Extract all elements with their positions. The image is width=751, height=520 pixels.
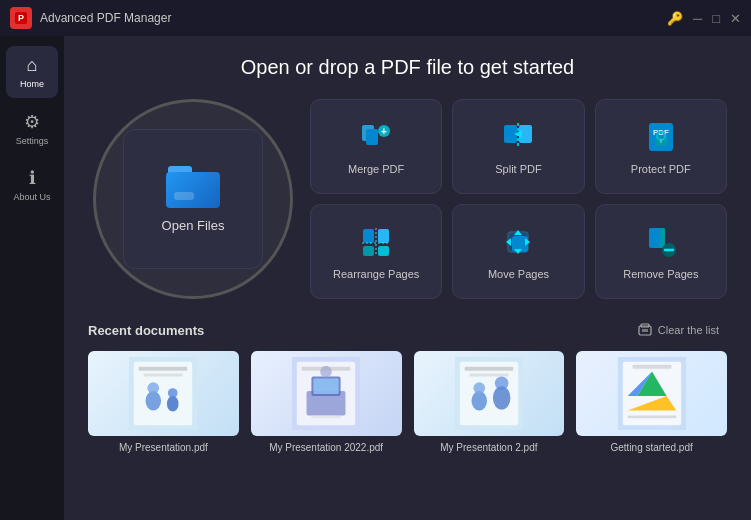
minimize-icon[interactable]: ─	[693, 11, 702, 26]
tool-split[interactable]: Split PDF	[452, 99, 584, 194]
about-icon: ℹ	[29, 167, 36, 189]
svg-text:+: +	[381, 126, 387, 137]
split-icon	[500, 119, 536, 155]
svg-point-57	[495, 376, 509, 390]
remove-label: Remove Pages	[623, 268, 698, 280]
sidebar-about-label: About Us	[13, 192, 50, 202]
svg-rect-51	[312, 415, 341, 418]
svg-rect-48	[313, 378, 338, 394]
recent-section: Recent documents Clear the list	[88, 319, 727, 453]
svg-rect-66	[632, 365, 671, 369]
rearrange-label: Rearrange Pages	[333, 268, 419, 280]
doc-thumb-2	[251, 351, 402, 436]
doc-item-1[interactable]: My Presentation.pdf	[88, 351, 239, 453]
rearrange-icon	[358, 224, 394, 260]
merge-icon: +	[358, 119, 394, 155]
main-layout: ⌂ Home ⚙ Settings ℹ About Us Open or dro…	[0, 36, 751, 520]
svg-rect-59	[469, 374, 508, 377]
clear-list-button[interactable]: Clear the list	[630, 319, 727, 341]
move-label: Move Pages	[488, 268, 549, 280]
maximize-icon[interactable]: □	[712, 11, 720, 26]
open-files-label: Open Files	[162, 218, 225, 233]
protect-label: Protect PDF	[631, 163, 691, 175]
content-area: Open or drop a PDF file to get started O…	[64, 36, 751, 520]
open-files-button[interactable]: Open Files	[123, 129, 263, 269]
split-label: Split PDF	[495, 163, 541, 175]
doc-item-2[interactable]: My Presentation 2022.pdf	[251, 351, 402, 453]
svg-rect-65	[627, 415, 676, 418]
sidebar-settings-label: Settings	[16, 136, 49, 146]
title-bar-left: P Advanced PDF Manager	[10, 7, 171, 29]
merge-label: Merge PDF	[348, 163, 404, 175]
recent-header: Recent documents Clear the list	[88, 319, 727, 341]
settings-icon: ⚙	[24, 111, 40, 133]
svg-rect-50	[302, 367, 351, 371]
svg-rect-42	[139, 367, 188, 371]
svg-rect-16	[378, 229, 389, 243]
sidebar-item-about[interactable]: ℹ About Us	[6, 158, 58, 210]
svg-point-39	[148, 382, 160, 394]
doc-item-3[interactable]: My Presentation 2.pdf	[414, 351, 565, 453]
title-bar-title: Advanced PDF Manager	[40, 11, 171, 25]
title-bar-icons: 🔑 ─ □ ✕	[667, 11, 741, 26]
tool-cards: + Merge PDF Split PD	[310, 99, 727, 299]
thumb-content-2	[251, 351, 402, 436]
folder-icon	[166, 166, 220, 208]
home-icon: ⌂	[27, 55, 38, 76]
app-icon: P	[10, 7, 32, 29]
recent-docs: My Presentation.pdf	[88, 351, 727, 453]
svg-rect-58	[465, 367, 514, 371]
close-icon[interactable]: ✕	[730, 11, 741, 26]
doc-name-1: My Presentation.pdf	[88, 442, 239, 453]
tool-grid-area: Open Files + Merge PDF	[88, 99, 727, 299]
open-files-wrapper: Open Files	[88, 99, 298, 299]
thumb-content-3	[414, 351, 565, 436]
doc-thumb-4	[576, 351, 727, 436]
doc-name-4: Getting started.pdf	[576, 442, 727, 453]
tool-remove[interactable]: Remove Pages	[595, 204, 727, 299]
sidebar-home-label: Home	[20, 79, 44, 89]
svg-rect-18	[378, 246, 389, 256]
key-icon: 🔑	[667, 11, 683, 26]
tool-protect[interactable]: PDF Protect PDF	[595, 99, 727, 194]
protect-icon: PDF	[643, 119, 679, 155]
page-heading: Open or drop a PDF file to get started	[88, 56, 727, 79]
open-files-circle: Open Files	[93, 99, 293, 299]
doc-name-2: My Presentation 2022.pdf	[251, 442, 402, 453]
clear-list-label: Clear the list	[658, 324, 719, 336]
svg-point-41	[168, 388, 178, 398]
doc-thumb-3	[414, 351, 565, 436]
remove-icon	[643, 224, 679, 260]
recent-title: Recent documents	[88, 323, 204, 338]
svg-rect-3	[366, 129, 378, 145]
tool-move[interactable]: Move Pages	[452, 204, 584, 299]
thumb-content-1	[88, 351, 239, 436]
tool-merge[interactable]: + Merge PDF	[310, 99, 442, 194]
svg-point-55	[473, 382, 485, 394]
clear-icon	[638, 323, 652, 337]
thumb-content-4	[576, 351, 727, 436]
tool-rearrange[interactable]: Rearrange Pages	[310, 204, 442, 299]
svg-rect-17	[363, 246, 374, 256]
title-bar: P Advanced PDF Manager 🔑 ─ □ ✕	[0, 0, 751, 36]
svg-rect-43	[144, 374, 183, 377]
sidebar-item-home[interactable]: ⌂ Home	[6, 46, 58, 98]
doc-item-4[interactable]: Getting started.pdf	[576, 351, 727, 453]
svg-rect-37	[134, 362, 192, 425]
doc-name-3: My Presentation 2.pdf	[414, 442, 565, 453]
sidebar: ⌂ Home ⚙ Settings ℹ About Us	[0, 36, 64, 520]
svg-rect-15	[363, 229, 374, 243]
svg-point-40	[167, 396, 179, 412]
svg-rect-28	[659, 228, 665, 248]
sidebar-item-settings[interactable]: ⚙ Settings	[6, 102, 58, 154]
move-icon	[500, 224, 536, 260]
doc-thumb-1	[88, 351, 239, 436]
svg-text:P: P	[18, 13, 24, 23]
